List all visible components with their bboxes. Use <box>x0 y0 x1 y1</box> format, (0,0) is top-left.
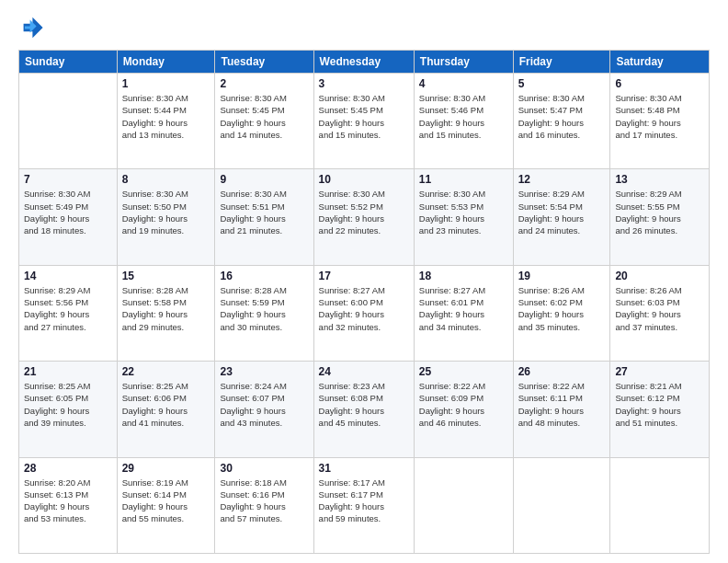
day-info: Sunrise: 8:22 AMSunset: 6:09 PMDaylight:… <box>419 380 508 429</box>
day-info: Sunrise: 8:20 AMSunset: 6:13 PMDaylight:… <box>24 477 112 525</box>
calendar-cell: 20Sunrise: 8:26 AMSunset: 6:03 PMDayligh… <box>610 265 710 361</box>
day-info: Sunrise: 8:27 AMSunset: 6:00 PMDaylight:… <box>319 284 409 333</box>
day-number: 24 <box>319 365 409 378</box>
calendar-cell: 30Sunrise: 8:18 AMSunset: 6:16 PMDayligh… <box>215 457 313 553</box>
logo <box>18 15 48 40</box>
calendar-cell: 21Sunrise: 8:25 AMSunset: 6:05 PMDayligh… <box>19 362 118 457</box>
day-number: 16 <box>220 270 308 282</box>
calendar-cell: 9Sunrise: 8:30 AMSunset: 5:51 PMDaylight… <box>215 169 313 265</box>
day-info: Sunrise: 8:27 AMSunset: 6:01 PMDaylight:… <box>419 284 508 333</box>
calendar-cell: 29Sunrise: 8:19 AMSunset: 6:14 PMDayligh… <box>117 457 215 553</box>
day-number: 9 <box>220 173 308 186</box>
day-info: Sunrise: 8:30 AMSunset: 5:44 PMDaylight:… <box>122 92 210 141</box>
day-number: 11 <box>419 173 508 186</box>
day-info: Sunrise: 8:30 AMSunset: 5:45 PMDaylight:… <box>319 92 409 141</box>
calendar-cell: 12Sunrise: 8:29 AMSunset: 5:54 PMDayligh… <box>513 169 610 265</box>
calendar-cell: 22Sunrise: 8:25 AMSunset: 6:06 PMDayligh… <box>117 362 215 457</box>
day-info: Sunrise: 8:26 AMSunset: 6:02 PMDaylight:… <box>518 284 606 333</box>
week-row-1: 1Sunrise: 8:30 AMSunset: 5:44 PMDaylight… <box>19 74 710 169</box>
calendar-cell: 17Sunrise: 8:27 AMSunset: 6:00 PMDayligh… <box>313 265 414 361</box>
calendar-cell <box>610 457 710 553</box>
calendar-cell <box>19 74 118 169</box>
day-of-week-tuesday: Tuesday <box>215 51 313 74</box>
calendar-cell: 1Sunrise: 8:30 AMSunset: 5:44 PMDaylight… <box>117 74 215 169</box>
day-info: Sunrise: 8:21 AMSunset: 6:12 PMDaylight:… <box>615 380 704 429</box>
days-of-week-row: SundayMondayTuesdayWednesdayThursdayFrid… <box>19 51 710 74</box>
calendar-cell: 19Sunrise: 8:26 AMSunset: 6:02 PMDayligh… <box>513 265 610 361</box>
calendar-cell: 23Sunrise: 8:24 AMSunset: 6:07 PMDayligh… <box>215 362 313 457</box>
day-info: Sunrise: 8:30 AMSunset: 5:49 PMDaylight:… <box>24 188 112 236</box>
calendar-cell: 18Sunrise: 8:27 AMSunset: 6:01 PMDayligh… <box>414 265 513 361</box>
calendar-table: SundayMondayTuesdayWednesdayThursdayFrid… <box>18 50 710 554</box>
calendar-cell: 5Sunrise: 8:30 AMSunset: 5:47 PMDaylight… <box>513 74 610 169</box>
day-number: 18 <box>419 270 508 282</box>
calendar-cell: 7Sunrise: 8:30 AMSunset: 5:49 PMDaylight… <box>19 169 118 265</box>
day-number: 30 <box>220 462 308 475</box>
day-info: Sunrise: 8:30 AMSunset: 5:46 PMDaylight:… <box>419 92 508 141</box>
day-number: 13 <box>615 173 704 186</box>
day-number: 19 <box>518 270 606 282</box>
day-number: 22 <box>122 365 210 378</box>
day-info: Sunrise: 8:30 AMSunset: 5:52 PMDaylight:… <box>319 188 409 236</box>
week-row-5: 28Sunrise: 8:20 AMSunset: 6:13 PMDayligh… <box>19 457 710 553</box>
day-number: 8 <box>122 173 210 186</box>
day-info: Sunrise: 8:30 AMSunset: 5:50 PMDaylight:… <box>122 188 210 236</box>
day-of-week-saturday: Saturday <box>610 51 710 74</box>
day-number: 20 <box>615 270 704 282</box>
calendar-cell: 11Sunrise: 8:30 AMSunset: 5:53 PMDayligh… <box>414 169 513 265</box>
day-of-week-wednesday: Wednesday <box>313 51 414 74</box>
page: SundayMondayTuesdayWednesdayThursdayFrid… <box>0 0 728 563</box>
day-info: Sunrise: 8:25 AMSunset: 6:05 PMDaylight:… <box>24 380 112 429</box>
day-info: Sunrise: 8:29 AMSunset: 5:55 PMDaylight:… <box>615 188 704 236</box>
day-of-week-sunday: Sunday <box>19 51 118 74</box>
calendar-body: 1Sunrise: 8:30 AMSunset: 5:44 PMDaylight… <box>19 74 710 554</box>
day-number: 6 <box>615 77 704 90</box>
day-of-week-friday: Friday <box>513 51 610 74</box>
calendar-cell: 8Sunrise: 8:30 AMSunset: 5:50 PMDaylight… <box>117 169 215 265</box>
day-number: 15 <box>122 270 210 282</box>
day-number: 14 <box>24 270 112 282</box>
day-info: Sunrise: 8:29 AMSunset: 5:54 PMDaylight:… <box>518 188 606 236</box>
day-number: 10 <box>319 173 409 186</box>
calendar-cell: 13Sunrise: 8:29 AMSunset: 5:55 PMDayligh… <box>610 169 710 265</box>
calendar-cell: 28Sunrise: 8:20 AMSunset: 6:13 PMDayligh… <box>19 457 118 553</box>
day-info: Sunrise: 8:28 AMSunset: 5:59 PMDaylight:… <box>220 284 308 333</box>
week-row-4: 21Sunrise: 8:25 AMSunset: 6:05 PMDayligh… <box>19 362 710 457</box>
calendar-cell <box>414 457 513 553</box>
day-info: Sunrise: 8:23 AMSunset: 6:08 PMDaylight:… <box>319 380 409 429</box>
calendar-cell: 14Sunrise: 8:29 AMSunset: 5:56 PMDayligh… <box>19 265 118 361</box>
day-info: Sunrise: 8:30 AMSunset: 5:45 PMDaylight:… <box>220 92 308 141</box>
day-info: Sunrise: 8:29 AMSunset: 5:56 PMDaylight:… <box>24 284 112 333</box>
calendar-cell: 3Sunrise: 8:30 AMSunset: 5:45 PMDaylight… <box>313 74 414 169</box>
day-number: 26 <box>518 365 606 378</box>
day-number: 21 <box>24 365 112 378</box>
calendar-cell: 16Sunrise: 8:28 AMSunset: 5:59 PMDayligh… <box>215 265 313 361</box>
day-info: Sunrise: 8:30 AMSunset: 5:47 PMDaylight:… <box>518 92 606 141</box>
calendar-cell: 2Sunrise: 8:30 AMSunset: 5:45 PMDaylight… <box>215 74 313 169</box>
day-number: 12 <box>518 173 606 186</box>
calendar-cell: 10Sunrise: 8:30 AMSunset: 5:52 PMDayligh… <box>313 169 414 265</box>
day-of-week-thursday: Thursday <box>414 51 513 74</box>
calendar-cell: 27Sunrise: 8:21 AMSunset: 6:12 PMDayligh… <box>610 362 710 457</box>
day-of-week-monday: Monday <box>117 51 215 74</box>
day-number: 27 <box>615 365 704 378</box>
day-info: Sunrise: 8:22 AMSunset: 6:11 PMDaylight:… <box>518 380 606 429</box>
day-info: Sunrise: 8:25 AMSunset: 6:06 PMDaylight:… <box>122 380 210 429</box>
day-number: 28 <box>24 462 112 475</box>
calendar-header: SundayMondayTuesdayWednesdayThursdayFrid… <box>19 51 710 74</box>
day-number: 31 <box>319 462 409 475</box>
calendar-cell: 25Sunrise: 8:22 AMSunset: 6:09 PMDayligh… <box>414 362 513 457</box>
header <box>18 15 710 40</box>
calendar-cell: 6Sunrise: 8:30 AMSunset: 5:48 PMDaylight… <box>610 74 710 169</box>
calendar-cell: 31Sunrise: 8:17 AMSunset: 6:17 PMDayligh… <box>313 457 414 553</box>
calendar-cell <box>513 457 610 553</box>
day-number: 17 <box>319 270 409 282</box>
calendar-cell: 4Sunrise: 8:30 AMSunset: 5:46 PMDaylight… <box>414 74 513 169</box>
day-info: Sunrise: 8:30 AMSunset: 5:51 PMDaylight:… <box>220 188 308 236</box>
day-info: Sunrise: 8:24 AMSunset: 6:07 PMDaylight:… <box>220 380 308 429</box>
day-info: Sunrise: 8:26 AMSunset: 6:03 PMDaylight:… <box>615 284 704 333</box>
calendar-cell: 26Sunrise: 8:22 AMSunset: 6:11 PMDayligh… <box>513 362 610 457</box>
day-number: 3 <box>319 77 409 90</box>
day-number: 1 <box>122 77 210 90</box>
week-row-3: 14Sunrise: 8:29 AMSunset: 5:56 PMDayligh… <box>19 265 710 361</box>
